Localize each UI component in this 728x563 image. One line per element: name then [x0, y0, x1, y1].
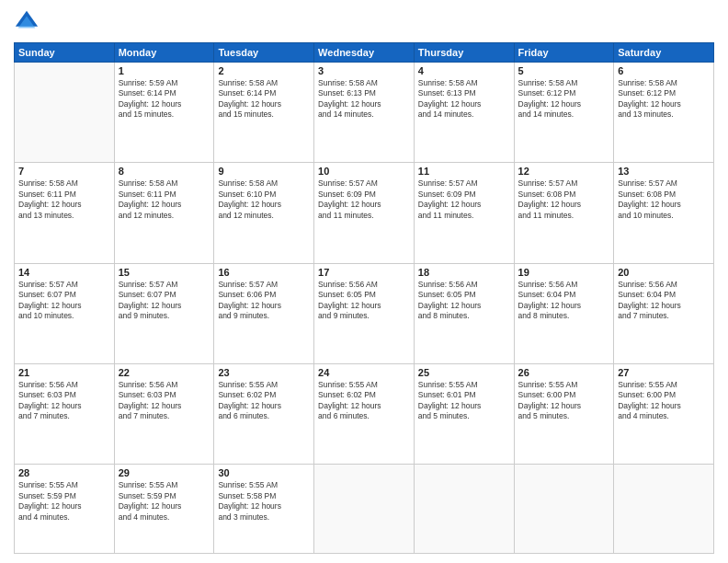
- calendar-cell: 30Sunrise: 5:55 AM Sunset: 5:58 PM Dayli…: [214, 465, 314, 554]
- day-info: Sunrise: 5:57 AM Sunset: 6:07 PM Dayligh…: [18, 280, 110, 322]
- calendar-cell: [15, 63, 115, 163]
- day-info: Sunrise: 5:58 AM Sunset: 6:14 PM Dayligh…: [218, 78, 310, 121]
- day-info: Sunrise: 5:58 AM Sunset: 6:13 PM Dayligh…: [418, 78, 510, 121]
- day-number: 13: [618, 166, 710, 177]
- calendar-cell: 11Sunrise: 5:57 AM Sunset: 6:09 PM Dayli…: [414, 163, 514, 263]
- header-wednesday: Wednesday: [314, 43, 415, 63]
- calendar-cell: 14Sunrise: 5:57 AM Sunset: 6:07 PM Dayli…: [15, 263, 115, 363]
- calendar-cell: 20Sunrise: 5:56 AM Sunset: 6:04 PM Dayli…: [614, 263, 714, 363]
- day-info: Sunrise: 5:55 AM Sunset: 6:02 PM Dayligh…: [318, 380, 410, 422]
- calendar-cell: 29Sunrise: 5:55 AM Sunset: 5:59 PM Dayli…: [114, 465, 214, 554]
- calendar-cell: [414, 465, 514, 554]
- day-info: Sunrise: 5:56 AM Sunset: 6:03 PM Dayligh…: [18, 380, 110, 422]
- calendar-cell: 1Sunrise: 5:59 AM Sunset: 6:14 PM Daylig…: [114, 63, 214, 163]
- calendar-cell: 4Sunrise: 5:58 AM Sunset: 6:13 PM Daylig…: [414, 63, 514, 163]
- day-info: Sunrise: 5:59 AM Sunset: 6:14 PM Dayligh…: [119, 78, 210, 121]
- day-number: 7: [18, 166, 110, 177]
- day-number: 29: [119, 467, 210, 478]
- calendar-cell: 6Sunrise: 5:58 AM Sunset: 6:12 PM Daylig…: [614, 63, 714, 163]
- day-info: Sunrise: 5:55 AM Sunset: 6:00 PM Dayligh…: [518, 380, 610, 422]
- calendar-cell: 27Sunrise: 5:55 AM Sunset: 6:00 PM Dayli…: [614, 363, 714, 464]
- day-number: 3: [318, 65, 410, 76]
- day-number: 25: [418, 367, 510, 378]
- day-number: 11: [418, 166, 510, 177]
- calendar-week-row: 14Sunrise: 5:57 AM Sunset: 6:07 PM Dayli…: [15, 263, 714, 363]
- day-info: Sunrise: 5:55 AM Sunset: 6:02 PM Dayligh…: [218, 380, 310, 422]
- day-number: 6: [618, 65, 710, 76]
- calendar-cell: 10Sunrise: 5:57 AM Sunset: 6:09 PM Dayli…: [314, 163, 415, 263]
- header: [14, 9, 714, 35]
- calendar-cell: 19Sunrise: 5:56 AM Sunset: 6:04 PM Dayli…: [514, 263, 614, 363]
- calendar-cell: 9Sunrise: 5:58 AM Sunset: 6:10 PM Daylig…: [214, 163, 314, 263]
- calendar-cell: 15Sunrise: 5:57 AM Sunset: 6:07 PM Dayli…: [114, 263, 214, 363]
- day-info: Sunrise: 5:57 AM Sunset: 6:07 PM Dayligh…: [119, 280, 210, 322]
- logo-icon: [14, 9, 40, 35]
- calendar-cell: 23Sunrise: 5:55 AM Sunset: 6:02 PM Dayli…: [214, 363, 314, 464]
- day-number: 12: [518, 166, 610, 177]
- day-number: 30: [218, 467, 310, 478]
- day-info: Sunrise: 5:56 AM Sunset: 6:05 PM Dayligh…: [418, 280, 510, 322]
- calendar-cell: 17Sunrise: 5:56 AM Sunset: 6:05 PM Dayli…: [314, 263, 415, 363]
- day-number: 4: [418, 65, 510, 76]
- calendar-cell: [514, 465, 614, 554]
- day-number: 14: [18, 267, 110, 278]
- day-info: Sunrise: 5:56 AM Sunset: 6:05 PM Dayligh…: [318, 280, 410, 322]
- day-info: Sunrise: 5:58 AM Sunset: 6:12 PM Dayligh…: [518, 78, 610, 121]
- day-info: Sunrise: 5:55 AM Sunset: 5:58 PM Dayligh…: [218, 480, 310, 523]
- day-info: Sunrise: 5:55 AM Sunset: 6:00 PM Dayligh…: [618, 380, 710, 422]
- day-number: 20: [618, 267, 710, 278]
- day-info: Sunrise: 5:57 AM Sunset: 6:08 PM Dayligh…: [618, 178, 710, 221]
- day-info: Sunrise: 5:58 AM Sunset: 6:12 PM Dayligh…: [618, 78, 710, 121]
- day-number: 2: [218, 65, 310, 76]
- day-number: 28: [18, 467, 110, 478]
- calendar-body: 1Sunrise: 5:59 AM Sunset: 6:14 PM Daylig…: [15, 63, 714, 554]
- calendar-week-row: 21Sunrise: 5:56 AM Sunset: 6:03 PM Dayli…: [15, 363, 714, 464]
- day-number: 16: [218, 267, 310, 278]
- day-info: Sunrise: 5:56 AM Sunset: 6:04 PM Dayligh…: [618, 280, 710, 322]
- day-number: 10: [318, 166, 410, 177]
- calendar-cell: 8Sunrise: 5:58 AM Sunset: 6:11 PM Daylig…: [114, 163, 214, 263]
- day-number: 24: [318, 367, 410, 378]
- calendar-cell: 2Sunrise: 5:58 AM Sunset: 6:14 PM Daylig…: [214, 63, 314, 163]
- day-number: 17: [318, 267, 410, 278]
- weekday-header-row: Sunday Monday Tuesday Wednesday Thursday…: [15, 43, 714, 63]
- calendar-cell: 3Sunrise: 5:58 AM Sunset: 6:13 PM Daylig…: [314, 63, 415, 163]
- day-info: Sunrise: 5:58 AM Sunset: 6:11 PM Dayligh…: [18, 178, 110, 221]
- header-friday: Friday: [514, 43, 614, 63]
- header-saturday: Saturday: [614, 43, 714, 63]
- calendar-cell: [614, 465, 714, 554]
- calendar-cell: 7Sunrise: 5:58 AM Sunset: 6:11 PM Daylig…: [15, 163, 115, 263]
- calendar-cell: 18Sunrise: 5:56 AM Sunset: 6:05 PM Dayli…: [414, 263, 514, 363]
- calendar-cell: 12Sunrise: 5:57 AM Sunset: 6:08 PM Dayli…: [514, 163, 614, 263]
- day-number: 26: [518, 367, 610, 378]
- calendar-cell: [314, 465, 415, 554]
- day-number: 27: [618, 367, 710, 378]
- day-info: Sunrise: 5:57 AM Sunset: 6:08 PM Dayligh…: [518, 178, 610, 221]
- day-number: 15: [119, 267, 210, 278]
- day-number: 23: [218, 367, 310, 378]
- day-info: Sunrise: 5:58 AM Sunset: 6:10 PM Dayligh…: [218, 178, 310, 221]
- calendar-header: Sunday Monday Tuesday Wednesday Thursday…: [15, 43, 714, 63]
- day-info: Sunrise: 5:57 AM Sunset: 6:09 PM Dayligh…: [318, 178, 410, 221]
- day-info: Sunrise: 5:58 AM Sunset: 6:13 PM Dayligh…: [318, 78, 410, 121]
- calendar-cell: 13Sunrise: 5:57 AM Sunset: 6:08 PM Dayli…: [614, 163, 714, 263]
- day-info: Sunrise: 5:55 AM Sunset: 5:59 PM Dayligh…: [18, 480, 110, 523]
- calendar-week-row: 28Sunrise: 5:55 AM Sunset: 5:59 PM Dayli…: [15, 465, 714, 554]
- day-number: 19: [518, 267, 610, 278]
- day-info: Sunrise: 5:57 AM Sunset: 6:09 PM Dayligh…: [418, 178, 510, 221]
- calendar-table: Sunday Monday Tuesday Wednesday Thursday…: [14, 42, 714, 554]
- header-thursday: Thursday: [414, 43, 514, 63]
- calendar-cell: 24Sunrise: 5:55 AM Sunset: 6:02 PM Dayli…: [314, 363, 415, 464]
- calendar-week-row: 1Sunrise: 5:59 AM Sunset: 6:14 PM Daylig…: [15, 63, 714, 163]
- calendar-cell: 5Sunrise: 5:58 AM Sunset: 6:12 PM Daylig…: [514, 63, 614, 163]
- day-info: Sunrise: 5:55 AM Sunset: 6:01 PM Dayligh…: [418, 380, 510, 422]
- calendar-cell: 26Sunrise: 5:55 AM Sunset: 6:00 PM Dayli…: [514, 363, 614, 464]
- day-info: Sunrise: 5:56 AM Sunset: 6:03 PM Dayligh…: [119, 380, 210, 422]
- calendar-cell: 22Sunrise: 5:56 AM Sunset: 6:03 PM Dayli…: [114, 363, 214, 464]
- day-info: Sunrise: 5:57 AM Sunset: 6:06 PM Dayligh…: [218, 280, 310, 322]
- header-monday: Monday: [114, 43, 214, 63]
- calendar-cell: 25Sunrise: 5:55 AM Sunset: 6:01 PM Dayli…: [414, 363, 514, 464]
- day-info: Sunrise: 5:56 AM Sunset: 6:04 PM Dayligh…: [518, 280, 610, 322]
- day-number: 18: [418, 267, 510, 278]
- day-number: 22: [119, 367, 210, 378]
